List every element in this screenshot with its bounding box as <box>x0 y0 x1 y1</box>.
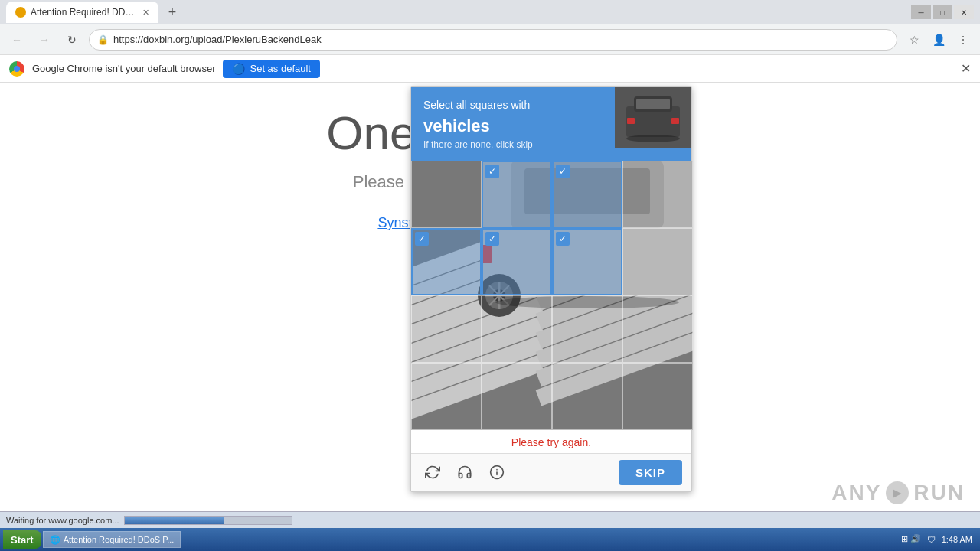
browser-tab[interactable]: Attention Required! DDoS Protection ✕ <box>6 2 158 23</box>
clock: 1:48 AM <box>942 534 972 545</box>
set-default-icon: 🔵 <box>232 63 245 75</box>
captcha-instruction: Select all squares with vehicles If ther… <box>411 87 615 161</box>
window-controls: ─ □ ✕ <box>911 5 974 19</box>
minimize-button[interactable]: ─ <box>911 5 931 19</box>
infobar-dismiss-button[interactable]: ✕ <box>961 61 971 76</box>
infobar-message: Google Chrome isn't your default browser <box>32 63 215 74</box>
info-bar: Google Chrome isn't your default browser… <box>0 55 980 83</box>
refresh-button[interactable]: ↻ <box>61 29 83 51</box>
grid-cell-6[interactable]: ✓ <box>552 228 622 295</box>
captcha-refresh-button[interactable] <box>420 460 445 484</box>
captcha-grid-container: ✓ ✓ ✓ ✓ ✓ <box>411 161 693 430</box>
close-button[interactable]: ✕ <box>954 5 974 19</box>
menu-icon[interactable]: ⋮ <box>952 29 974 51</box>
grid-cell-2[interactable]: ✓ <box>552 161 622 228</box>
grid-cell-11[interactable] <box>622 295 693 363</box>
title-bar: Attention Required! DDoS Protection ✕ + … <box>0 0 980 24</box>
forward-button[interactable]: → <box>34 29 55 51</box>
grid-cell-14[interactable] <box>552 363 622 430</box>
set-default-button[interactable]: 🔵 Set as default <box>223 60 320 78</box>
grid-cell-3[interactable] <box>622 161 693 228</box>
url-text: https://doxbin.org/upload/PlexleruBacken… <box>113 34 322 45</box>
page-content: Onemore text... Please complete the secu… <box>0 83 980 551</box>
cell-checkmark-2: ✓ <box>556 165 570 178</box>
taskbar: Start 🌐 Attention Required! DDoS P... ⊞ … <box>0 528 980 551</box>
taskbar-item-browser[interactable]: 🌐 Attention Required! DDoS P... <box>43 531 181 548</box>
captcha-header: Select all squares with vehicles If ther… <box>411 87 691 161</box>
grid-cell-10[interactable] <box>552 295 622 363</box>
anyrun-play-icon: ▶ <box>886 481 909 504</box>
cell-checkmark-1: ✓ <box>485 165 499 178</box>
captcha-widget: Select all squares with vehicles If ther… <box>410 86 692 492</box>
captcha-footer: SKIP <box>411 453 691 491</box>
grid-cell-9[interactable] <box>482 295 552 363</box>
svg-rect-4 <box>671 118 679 124</box>
tab-favicon <box>15 7 26 18</box>
tab-title: Attention Required! DDoS Protection <box>31 7 138 18</box>
lock-icon: 🔒 <box>97 34 109 45</box>
tab-close-button[interactable]: ✕ <box>142 8 149 18</box>
captcha-info-button[interactable] <box>485 460 509 484</box>
captcha-error-message: Please try again. <box>411 430 691 453</box>
status-text: Waiting for www.google.com... <box>6 516 119 525</box>
grid-cell-7[interactable] <box>622 228 693 295</box>
browser-toolbar: ← → ↻ 🔒 https://doxbin.org/upload/Plexle… <box>0 24 980 55</box>
captcha-sample-image <box>615 87 691 148</box>
grid-cell-13[interactable] <box>482 363 552 430</box>
chrome-logo <box>9 61 24 77</box>
svg-rect-3 <box>627 118 635 124</box>
grid-cell-1[interactable]: ✓ <box>482 161 552 228</box>
grid-cell-0[interactable] <box>411 161 482 228</box>
anyrun-watermark: ANY ▶ RUN <box>831 481 965 505</box>
taskbar-tray: ⊞ 🔊 🛡 1:48 AM <box>901 534 977 545</box>
address-bar[interactable]: 🔒 https://doxbin.org/upload/PlexleruBack… <box>89 29 897 51</box>
status-bar: Waiting for www.google.com... <box>0 511 980 528</box>
loading-progress-fill <box>125 517 225 524</box>
captcha-select-text: Select all squares with <box>423 98 603 113</box>
svg-rect-5 <box>636 99 670 109</box>
maximize-button[interactable]: □ <box>933 5 952 19</box>
taskbar-item-label: Attention Required! DDoS P... <box>64 535 175 544</box>
captcha-grid: ✓ ✓ ✓ ✓ ✓ <box>411 161 693 430</box>
bookmark-icon[interactable]: ☆ <box>903 29 925 51</box>
captcha-object: vehicles <box>423 116 603 136</box>
tray-icons: ⊞ 🔊 <box>901 534 921 544</box>
cell-checkmark-4: ✓ <box>415 232 429 246</box>
new-tab-button[interactable]: + <box>162 2 183 23</box>
grid-cell-5[interactable]: ✓ <box>482 228 552 295</box>
toolbar-right: ☆ 👤 ⋮ <box>903 29 974 51</box>
captcha-audio-button[interactable] <box>452 460 477 484</box>
grid-cell-8[interactable] <box>411 295 482 363</box>
back-button[interactable]: ← <box>6 29 28 51</box>
cell-checkmark-5: ✓ <box>485 232 499 246</box>
captcha-hint: If there are none, click skip <box>423 139 603 150</box>
loading-progress-bar <box>124 516 292 525</box>
antivirus-icon: 🛡 <box>927 535 936 544</box>
grid-cell-4[interactable]: ✓ <box>411 228 482 295</box>
account-icon[interactable]: 👤 <box>928 29 949 51</box>
svg-point-6 <box>626 135 680 142</box>
grid-cell-15[interactable] <box>622 363 693 430</box>
grid-cell-12[interactable] <box>411 363 482 430</box>
cell-checkmark-6: ✓ <box>556 232 570 246</box>
taskbar-item-icon: 🌐 <box>50 535 60 545</box>
start-button[interactable]: Start <box>3 530 41 549</box>
captcha-skip-button[interactable]: SKIP <box>619 460 682 485</box>
